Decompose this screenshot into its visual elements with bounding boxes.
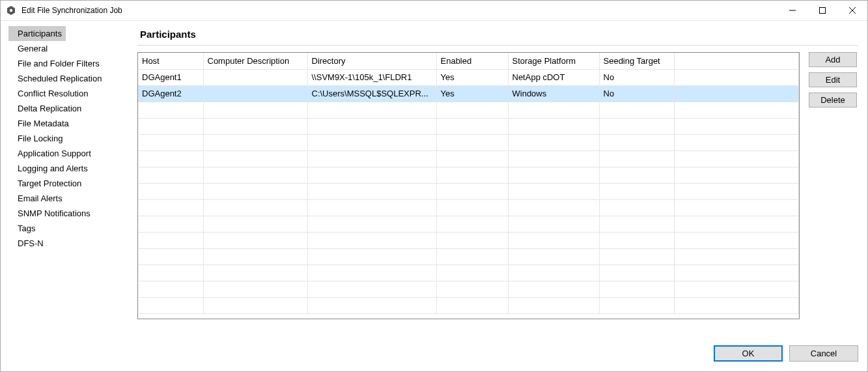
close-button[interactable] xyxy=(837,1,867,20)
cell-empty xyxy=(203,248,307,265)
cell-empty xyxy=(436,150,508,167)
sidebar-item-file-and-folder-filters[interactable]: File and Folder Filters xyxy=(8,56,104,71)
cell-empty xyxy=(599,281,674,297)
cell-empty xyxy=(307,216,436,232)
table-row-empty[interactable] xyxy=(138,183,799,199)
cell-dir: C:\Users\MSSQL$SQLEXPR... xyxy=(307,85,436,102)
sidebar-item-file-locking[interactable]: File Locking xyxy=(8,131,66,146)
maximize-button[interactable] xyxy=(807,1,837,20)
cell-empty xyxy=(508,265,599,281)
add-button[interactable]: Add xyxy=(809,52,857,67)
table-header-row[interactable]: Host Computer Description Directory Enab… xyxy=(138,53,799,69)
cell-empty xyxy=(307,248,436,265)
svg-rect-3 xyxy=(820,8,826,14)
cell-empty xyxy=(674,183,799,199)
cell-empty xyxy=(436,199,508,216)
sidebar-item-email-alerts[interactable]: Email Alerts xyxy=(8,191,66,206)
cell-empty xyxy=(436,248,508,265)
participants-table[interactable]: Host Computer Description Directory Enab… xyxy=(137,52,800,319)
table-row-empty[interactable] xyxy=(138,248,799,265)
cell-empty xyxy=(508,118,599,134)
cell-desc xyxy=(203,69,307,85)
cell-empty xyxy=(203,150,307,167)
cell-empty xyxy=(203,232,307,248)
sidebar-item-participants[interactable]: Participants xyxy=(8,26,66,41)
cell-empty xyxy=(436,232,508,248)
table-row-empty[interactable] xyxy=(138,134,799,150)
col-header-seeding[interactable]: Seeding Target xyxy=(599,53,674,69)
dialog-window: Edit File Synchronization Job Participan… xyxy=(0,0,868,372)
cell-empty xyxy=(138,265,203,281)
cell-empty xyxy=(674,118,799,134)
cell-empty xyxy=(203,134,307,150)
table-row-empty[interactable] xyxy=(138,167,799,183)
cell-empty xyxy=(599,183,674,199)
table-row-empty[interactable] xyxy=(138,118,799,134)
cell-empty xyxy=(203,102,307,118)
cell-empty xyxy=(436,265,508,281)
table-row-empty[interactable] xyxy=(138,232,799,248)
cell-empty xyxy=(203,199,307,216)
cancel-button[interactable]: Cancel xyxy=(789,345,858,362)
cell-empty xyxy=(508,232,599,248)
table-row[interactable]: DGAgent1\\SVM9X-1\105k_1\FLDR1YesNetApp … xyxy=(138,69,799,85)
edit-button[interactable]: Edit xyxy=(809,72,857,87)
table-row-empty[interactable] xyxy=(138,216,799,232)
cell-empty xyxy=(674,265,799,281)
cell-empty xyxy=(508,183,599,199)
cell-empty xyxy=(436,102,508,118)
cell-empty xyxy=(599,102,674,118)
cell-empty xyxy=(307,265,436,281)
sidebar-item-snmp-notifications[interactable]: SNMP Notifications xyxy=(8,206,94,221)
sidebar-item-target-protection[interactable]: Target Protection xyxy=(8,176,85,191)
table-row-empty[interactable] xyxy=(138,102,799,118)
cell-empty xyxy=(138,167,203,183)
sidebar-item-file-metadata[interactable]: File Metadata xyxy=(8,116,73,131)
minimize-button[interactable] xyxy=(777,1,807,20)
table-row-empty[interactable] xyxy=(138,297,799,313)
sidebar-item-dfs-n[interactable]: DFS-N xyxy=(8,236,48,251)
col-header-dir[interactable]: Directory xyxy=(307,53,436,69)
col-header-platform[interactable]: Storage Platform xyxy=(508,53,599,69)
col-header-desc[interactable]: Computer Description xyxy=(203,53,307,69)
sidebar-item-application-support[interactable]: Application Support xyxy=(8,146,95,161)
titlebar: Edit File Synchronization Job xyxy=(1,1,867,21)
cell-platform: NetApp cDOT xyxy=(508,69,599,85)
cell-empty xyxy=(508,216,599,232)
cell-empty xyxy=(307,281,436,297)
cell-fill xyxy=(674,69,799,85)
table-row-empty[interactable] xyxy=(138,281,799,297)
cell-empty xyxy=(508,167,599,183)
cell-empty xyxy=(307,232,436,248)
cell-empty xyxy=(508,248,599,265)
delete-button[interactable]: Delete xyxy=(809,93,857,107)
cell-empty xyxy=(674,281,799,297)
cell-empty xyxy=(674,248,799,265)
cell-empty xyxy=(138,150,203,167)
table-row[interactable]: DGAgent2C:\Users\MSSQL$SQLEXPR...YesWind… xyxy=(138,85,799,102)
sidebar-item-delta-replication[interactable]: Delta Replication xyxy=(8,101,85,116)
ok-button[interactable]: OK xyxy=(714,345,783,362)
cell-empty xyxy=(508,297,599,313)
cell-empty xyxy=(138,281,203,297)
cell-empty xyxy=(599,297,674,313)
cell-empty xyxy=(674,216,799,232)
cell-empty xyxy=(307,167,436,183)
cell-empty xyxy=(307,150,436,167)
sidebar-item-general[interactable]: General xyxy=(8,41,51,56)
table-row-empty[interactable] xyxy=(138,150,799,167)
cell-empty xyxy=(674,199,799,216)
sidebar-item-scheduled-replication[interactable]: Scheduled Replication xyxy=(8,71,105,86)
cell-empty xyxy=(138,232,203,248)
table-row-empty[interactable] xyxy=(138,199,799,216)
cell-empty xyxy=(508,281,599,297)
col-header-enabled[interactable]: Enabled xyxy=(436,53,508,69)
sidebar-item-logging-and-alerts[interactable]: Logging and Alerts xyxy=(8,161,92,176)
cell-empty xyxy=(674,150,799,167)
sidebar-item-tags[interactable]: Tags xyxy=(8,221,39,236)
app-icon xyxy=(6,5,16,16)
table-row-empty[interactable] xyxy=(138,265,799,281)
svg-point-1 xyxy=(10,9,12,12)
sidebar-item-conflict-resolution[interactable]: Conflict Resolution xyxy=(8,86,92,101)
col-header-host[interactable]: Host xyxy=(138,53,203,69)
